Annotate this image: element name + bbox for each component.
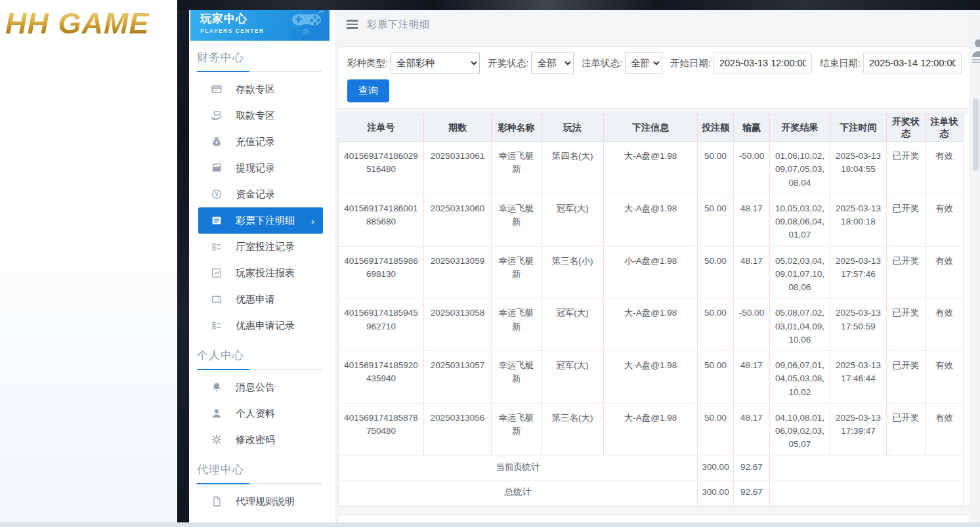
table-header-row: 注单号期数彩种名称玩法下注信息投注额输赢开奖结果下注时间开奖状态注单状态 xyxy=(339,114,964,142)
cell-lottery-name: 幸运飞艇新 xyxy=(492,142,542,194)
sidebar-item[interactable]: ¥资金记录 xyxy=(189,181,335,207)
filter-row: 彩种类型: 全部彩种 开奖状态: 全部 注单状态: 全部 开始日期: 结束日期: xyxy=(347,52,962,74)
sidebar-item[interactable]: 个人资料 xyxy=(189,400,335,427)
bets-table: 注单号期数彩种名称玩法下注信息投注额输赢开奖结果下注时间开奖状态注单状态4015… xyxy=(338,114,964,506)
sidebar-item[interactable]: 优惠申请记录 xyxy=(189,312,335,339)
cell-lottery-name: 幸运飞艇新 xyxy=(492,351,542,404)
order-status-select[interactable]: 全部 xyxy=(625,52,662,74)
col-header-lottery-name: 彩种名称 xyxy=(492,114,542,142)
sidebar-section-header: 代理中心 xyxy=(197,462,322,484)
cell-order-status: 有效 xyxy=(926,351,964,404)
svg-text:¥: ¥ xyxy=(215,191,219,198)
cell-lottery-name: 幸运飞艇新 xyxy=(492,246,542,299)
deposit-card-icon xyxy=(211,83,223,95)
sidebar-item-label: 取款专区 xyxy=(236,110,275,122)
sidebar-item[interactable]: 优惠申请 xyxy=(189,286,335,312)
cell-draw-status: 已开奖 xyxy=(887,299,926,351)
col-header-period: 期数 xyxy=(424,114,492,142)
end-date-label: 结束日期: xyxy=(820,57,861,70)
gear-icon xyxy=(211,434,223,446)
sidebar: 玩家中心 PLAYERS CENTER 财务中心存款专区取款专区¥充值记录提现记… xyxy=(189,10,335,527)
wallet-icon xyxy=(211,162,223,174)
scrollbar-thumb[interactable] xyxy=(973,98,979,171)
draw-status-select[interactable]: 全部 xyxy=(531,52,573,74)
cell-order-status: 有效 xyxy=(926,246,964,299)
cell-win-loss: 48.17 xyxy=(734,246,770,299)
sidebar-section-header: 财务中心 xyxy=(197,50,322,72)
cell-draw-status: 已开奖 xyxy=(887,351,926,404)
cell-bet-info: 大-A盘@1.98 xyxy=(604,194,698,246)
cell-win-loss: -50.00 xyxy=(734,142,770,194)
chevron-right-icon: › xyxy=(311,215,314,226)
col-header-draw-result: 开奖结果 xyxy=(770,114,830,142)
partial-person-icon xyxy=(972,37,980,64)
moneybag-icon: ¥ xyxy=(211,136,223,148)
svg-text:¥: ¥ xyxy=(215,140,218,145)
cell-order-no: 401569174186001885680 xyxy=(339,194,424,246)
report-icon xyxy=(211,267,223,279)
sidebar-item-label: 优惠申请记录 xyxy=(236,320,295,332)
logo-panel: HH GAME xyxy=(0,0,177,527)
cell-lottery-name: 幸运飞艇新 xyxy=(492,194,542,246)
sidebar-item[interactable]: 玩家投注报表 xyxy=(189,260,335,286)
sidebar-item[interactable]: 提现记录 xyxy=(189,155,335,181)
col-header-order-status: 注单状态 xyxy=(926,114,964,142)
sidebar-item-label: 优惠申请 xyxy=(236,293,275,306)
summary-row: 当前页统计300.0092.67 xyxy=(339,455,964,480)
summary-empty xyxy=(770,455,964,480)
col-header-win-loss: 输赢 xyxy=(734,114,770,142)
cell-bet-amount: 50.00 xyxy=(698,194,734,246)
cell-draw-result: 01,06,10,02,09,07,05,03,08,04 xyxy=(770,142,830,194)
cell-win-loss: 48.17 xyxy=(734,403,770,455)
menu-toggle-icon[interactable] xyxy=(347,20,358,28)
summary-bet-total: 300.00 xyxy=(698,480,734,505)
cell-order-status: 有效 xyxy=(926,142,964,194)
page-title: 彩票下注明细 xyxy=(367,18,430,31)
sidebar-item[interactable]: 取款专区 xyxy=(189,102,335,129)
cell-order-status: 有效 xyxy=(926,299,964,351)
cell-bet-amount: 50.00 xyxy=(698,142,734,194)
table-row: 40156917418592043594020250313057幸运飞艇新冠军(… xyxy=(339,351,964,404)
brand-logo[interactable]: HH GAME xyxy=(5,7,150,41)
lottery-type-select[interactable]: 全部彩种 xyxy=(391,52,480,74)
cell-win-loss: -50.00 xyxy=(734,299,770,351)
sidebar-item[interactable]: 厅室投注记录 xyxy=(189,234,335,260)
table-row: 40156917418598669813020250313059幸运飞艇新第三名… xyxy=(339,246,964,299)
start-date-input[interactable] xyxy=(714,53,812,74)
section-underline xyxy=(197,71,322,72)
cell-order-status: 有效 xyxy=(926,403,964,455)
sidebar-item[interactable]: 消息公告 xyxy=(189,374,335,400)
sidebar-item-label: 厅室投注记录 xyxy=(236,241,295,253)
filter-panel: 彩种类型: 全部彩种 开奖状态: 全部 注单状态: 全部 开始日期: 结束日期:… xyxy=(337,47,970,109)
cell-period: 20250313056 xyxy=(424,403,492,455)
sidebar-item[interactable]: 存款专区 xyxy=(189,76,335,102)
cell-order-status: 有效 xyxy=(926,194,964,246)
col-header-order-no: 注单号 xyxy=(339,114,424,142)
records-icon xyxy=(211,320,223,331)
end-date-input[interactable] xyxy=(863,53,962,74)
sidebar-item-label: 玩家投注报表 xyxy=(236,267,295,280)
sidebar-section-label: 代理中心 xyxy=(197,462,322,477)
col-header-bet-time: 下注时间 xyxy=(830,114,887,142)
cell-period: 20250313057 xyxy=(424,351,492,404)
section-underline xyxy=(197,483,322,484)
cell-bet-info: 大-A盘@1.98 xyxy=(604,142,698,194)
sidebar-item-label: 提现记录 xyxy=(236,162,275,175)
summary-empty xyxy=(770,480,964,505)
cell-bet-amount: 50.00 xyxy=(698,403,734,455)
cell-bet-time: 2025-03-13 17:46:44 xyxy=(830,351,887,404)
summary-win-total: 92.67 xyxy=(734,480,770,505)
doc-icon xyxy=(211,495,223,507)
sidebar-item[interactable]: ¥充值记录 xyxy=(189,129,335,155)
sidebar-item[interactable]: 彩票下注明细› xyxy=(198,207,323,234)
sidebar-section-header: 个人中心 xyxy=(197,348,322,370)
cell-order-no: 401569174185878750480 xyxy=(339,403,424,455)
sidebar-item[interactable]: 代理规则说明 xyxy=(189,488,335,515)
summary-row: 总统计300.0092.67 xyxy=(339,480,964,505)
cell-lottery-name: 幸运飞艇新 xyxy=(492,299,542,351)
draw-status-label: 开奖状态: xyxy=(488,57,528,70)
cell-bet-amount: 50.00 xyxy=(698,246,734,299)
query-button[interactable]: 查询 xyxy=(347,79,389,102)
withdraw-hand-icon xyxy=(211,110,223,121)
sidebar-item[interactable]: 修改密码 xyxy=(189,427,335,453)
